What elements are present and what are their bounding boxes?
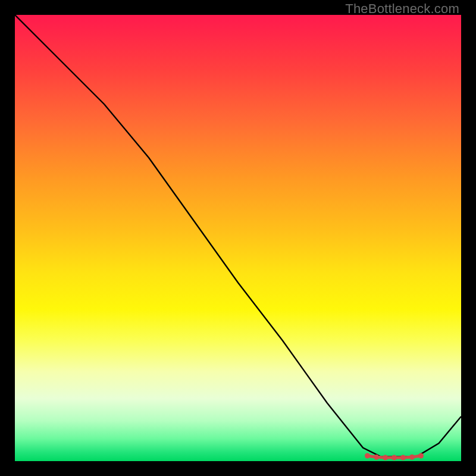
highlight-dot — [409, 455, 415, 460]
chart-overlay — [15, 15, 461, 461]
chart-stage: TheBottleneck.com — [0, 0, 476, 476]
highlight-dot — [365, 453, 370, 459]
series-curve — [15, 15, 461, 457]
highlight-markers — [365, 453, 424, 461]
highlight-dot — [400, 455, 406, 461]
highlight-dot — [374, 455, 379, 460]
highlight-dot — [392, 455, 397, 461]
highlight-dot — [383, 455, 388, 461]
plot-area — [15, 15, 461, 461]
highlight-dot — [418, 453, 424, 459]
